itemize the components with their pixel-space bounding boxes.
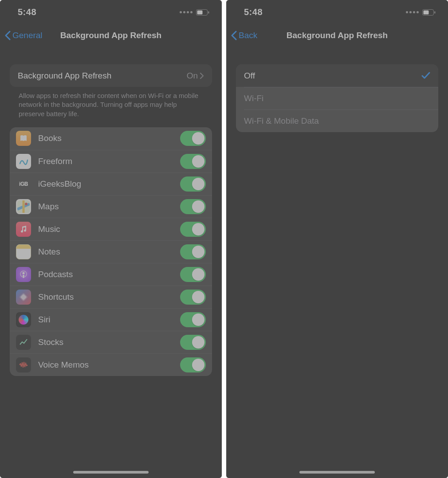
app-name: Freeform xyxy=(38,157,173,166)
back-label: General xyxy=(12,31,43,40)
app-row-books: Books xyxy=(10,127,212,150)
battery-icon xyxy=(196,9,209,16)
toggle-igb[interactable] xyxy=(180,176,206,192)
app-row-igb: iGBiGeeksBlog xyxy=(10,172,212,195)
bar-setting-value: On xyxy=(187,71,198,81)
option-label: Off xyxy=(244,71,421,81)
option-wi-fi[interactable]: Wi-Fi xyxy=(236,87,438,110)
app-name: Books xyxy=(38,133,173,143)
app-row-voice: Voice Memos xyxy=(10,353,212,376)
option-label: Wi-Fi & Mobile Data xyxy=(244,116,430,126)
option-list: OffWi-FiWi-Fi & Mobile Data xyxy=(236,64,438,132)
status-bar: 5:48 xyxy=(226,0,448,24)
toggle-shortcuts[interactable] xyxy=(180,290,206,305)
home-indicator[interactable] xyxy=(299,471,375,474)
notes-icon xyxy=(16,244,31,259)
back-button[interactable]: General xyxy=(4,31,43,40)
chevron-right-icon xyxy=(200,72,204,79)
status-clock: 5:48 xyxy=(18,7,36,17)
option-wi-fi-mobile-data[interactable]: Wi-Fi & Mobile Data xyxy=(236,110,438,132)
toggle-books[interactable] xyxy=(180,131,206,146)
toggle-notes[interactable] xyxy=(180,244,206,259)
right-screenshot: 5:48 Back Background App Refresh xyxy=(226,0,448,478)
cellular-signal-icon xyxy=(406,11,419,13)
app-name: Shortcuts xyxy=(38,292,173,302)
status-right xyxy=(406,9,436,16)
section-description: Allow apps to refresh their content when… xyxy=(10,87,212,127)
freeform-icon xyxy=(16,154,31,169)
siri-icon xyxy=(16,312,31,327)
app-name: iGeeksBlog xyxy=(38,179,173,189)
chevron-back-icon xyxy=(231,31,237,40)
option-label: Wi-Fi xyxy=(244,94,430,103)
svg-rect-1 xyxy=(197,10,203,14)
app-row-notes: Notes xyxy=(10,240,212,263)
toggle-voice[interactable] xyxy=(180,357,206,372)
svg-rect-10 xyxy=(424,10,429,14)
svg-rect-2 xyxy=(208,11,209,13)
bar-setting-cell[interactable]: Background App Refresh On xyxy=(10,64,212,87)
status-clock: 5:48 xyxy=(244,7,263,17)
option-off[interactable]: Off xyxy=(236,64,438,87)
battery-icon xyxy=(422,9,436,16)
nav-bar: Back Background App Refresh xyxy=(226,24,448,47)
cellular-signal-icon xyxy=(180,11,193,13)
nav-bar: General Background App Refresh xyxy=(0,24,222,47)
voice-icon xyxy=(16,357,31,372)
stocks-icon xyxy=(16,335,31,350)
app-name: Voice Memos xyxy=(38,360,173,370)
app-row-music: Music xyxy=(10,218,212,240)
shortcuts-icon xyxy=(16,290,31,305)
svg-point-4 xyxy=(25,203,28,205)
toggle-siri[interactable] xyxy=(180,312,206,327)
app-name: Maps xyxy=(38,202,173,212)
back-label: Back xyxy=(239,31,257,40)
maps-icon xyxy=(16,199,31,214)
app-name: Notes xyxy=(38,247,173,257)
status-bar: 5:48 xyxy=(0,0,222,24)
toggle-stocks[interactable] xyxy=(180,335,206,350)
app-name: Stocks xyxy=(38,337,173,347)
igb-icon: iGB xyxy=(16,176,31,192)
app-name: Music xyxy=(38,224,173,234)
music-icon xyxy=(16,222,31,237)
app-row-maps: Maps xyxy=(10,195,212,218)
app-list: BooksFreeformiGBiGeeksBlogMapsMusicNotes… xyxy=(10,127,212,376)
app-row-podcasts: Podcasts xyxy=(10,263,212,286)
podcasts-icon xyxy=(16,267,31,282)
svg-point-5 xyxy=(23,272,25,274)
bar-setting-label: Background App Refresh xyxy=(18,71,187,81)
books-icon xyxy=(16,131,31,146)
app-row-siri: Siri xyxy=(10,308,212,331)
toggle-podcasts[interactable] xyxy=(180,267,206,282)
page-title: Background App Refresh xyxy=(226,31,448,40)
app-name: Siri xyxy=(38,315,173,325)
app-name: Podcasts xyxy=(38,270,173,279)
chevron-back-icon xyxy=(4,31,11,40)
app-row-shortcuts: Shortcuts xyxy=(10,286,212,308)
svg-rect-11 xyxy=(434,11,436,13)
app-row-freeform: Freeform xyxy=(10,150,212,172)
left-screenshot: 5:48 General Background App Refresh xyxy=(0,0,222,478)
status-right xyxy=(180,9,209,16)
toggle-music[interactable] xyxy=(180,222,206,237)
home-indicator[interactable] xyxy=(73,471,149,474)
back-button[interactable]: Back xyxy=(231,31,257,40)
toggle-freeform[interactable] xyxy=(180,154,206,169)
check-icon xyxy=(421,72,430,80)
app-row-stocks: Stocks xyxy=(10,331,212,353)
toggle-maps[interactable] xyxy=(180,199,206,214)
